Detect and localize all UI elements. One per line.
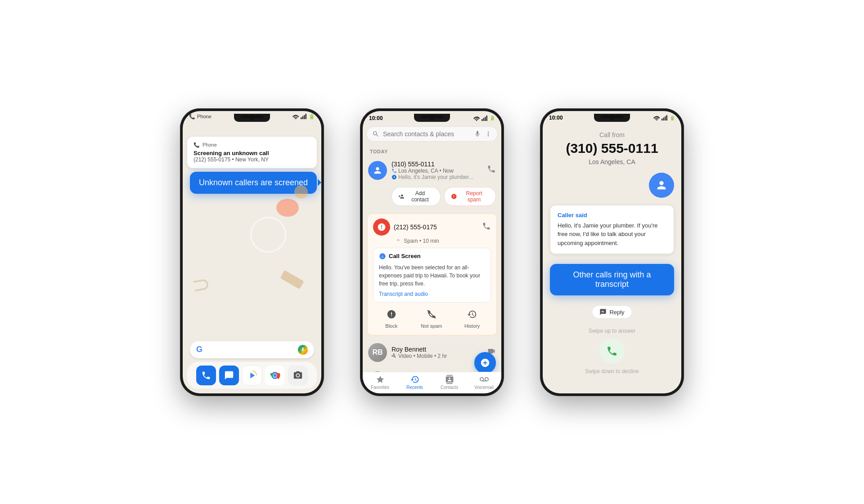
phone-camera-3 (609, 115, 615, 120)
call-screen-body: Hello. You've been selected for an all-e… (379, 263, 485, 288)
transcript-link-row: Transcript and audio (379, 290, 485, 298)
reply-icon (599, 308, 607, 316)
phones-container: 📞 Phone 🔋 (162, 90, 702, 414)
transcript-section: Caller said Hello, it's Jamie your plumb… (543, 173, 681, 254)
volume-down-2 (360, 178, 360, 203)
google-g-logo: G (196, 345, 202, 354)
svg-rect-13 (485, 117, 486, 121)
nav-favorites-label: Favorites (371, 385, 389, 390)
reply-row: Reply (592, 303, 632, 321)
dock-messages-icon[interactable] (219, 366, 239, 385)
dock-play-icon[interactable]: ▶ (242, 366, 262, 385)
status-icons-3: 🔋 (653, 115, 675, 120)
swipe-up-label: Swipe up to answer (589, 328, 636, 334)
incoming-call-top: Call from (310) 555-0111 Los Angeles, CA (543, 122, 681, 173)
google-search-bar[interactable]: G (190, 341, 314, 358)
not-spam-action[interactable]: Not spam (421, 307, 442, 329)
dialpad-fab[interactable] (474, 352, 496, 374)
volume-down-1 (180, 178, 180, 203)
spam-header: (212) 555-0175 (373, 219, 491, 236)
call-entry-310[interactable]: (310) 555-0111 Los Angeles, CA • Now Hel… (363, 156, 501, 185)
reply-label: Reply (609, 309, 624, 316)
call-info-roy: Roy Bennett Video • Mobile • 2 hr (392, 346, 482, 359)
phone2-layout: 10:00 🔋 (363, 111, 501, 393)
phone-3: 10:00 🔋 (540, 108, 684, 396)
spam-info: (212) 555-0175 (394, 223, 437, 231)
status-time-2: 10:00 (369, 115, 383, 121)
add-contact-label: Add contact (406, 190, 434, 203)
mic-icon-2[interactable] (474, 130, 481, 138)
mic-icon (300, 347, 306, 352)
history-icon (465, 307, 479, 321)
nav-contacts[interactable]: Contacts (432, 375, 467, 390)
nav-recents[interactable]: Recents (397, 375, 432, 390)
nav-favorites[interactable]: Favorites (363, 375, 397, 390)
spam-actions: Block Not spam (373, 303, 491, 330)
answer-phone-icon (606, 345, 618, 357)
call-screen-card: G Call Screen Hello. You've been selecte… (373, 248, 491, 303)
notif-title: Screening an unknown call (194, 150, 310, 156)
add-contact-button[interactable]: Add contact (392, 187, 441, 206)
caller-said-label: Caller said (558, 212, 666, 219)
caller-location: Los Angeles, CA (589, 158, 635, 165)
status-icons-1: 🔋 (292, 114, 315, 120)
phone-camera-2 (429, 115, 435, 120)
avatar-310 (368, 161, 387, 180)
call-info-310: (310) 555-0111 Los Angeles, CA • Now Hel… (392, 161, 482, 180)
svg-rect-1 (302, 116, 304, 120)
phone-camera-1 (249, 115, 255, 120)
spam-call-btn[interactable] (482, 222, 491, 232)
favorites-icon (376, 375, 385, 384)
wifi-icon-3 (653, 115, 660, 120)
dock-camera-icon[interactable] (288, 366, 308, 385)
spam-section: (212) 555-0175 Spam • 10 min (367, 214, 497, 335)
call-tooltip-3: Other calls ring with a transcript (550, 264, 674, 295)
call-name-roy: Roy Bennett (392, 346, 482, 353)
recents-icon (410, 375, 419, 384)
search-input[interactable] (383, 130, 470, 138)
nav-voicemail[interactable]: Voicemail (467, 375, 501, 390)
dock-phone-icon[interactable] (196, 366, 216, 385)
battery-icon-3: 🔋 (670, 116, 675, 120)
history-label: History (464, 323, 480, 329)
dock-chrome-icon[interactable] (265, 366, 285, 385)
report-spam-button[interactable]: Report spam (444, 187, 496, 206)
spam-avatar (373, 219, 390, 236)
notif-header: 📞 Phone (194, 142, 310, 148)
svg-rect-2 (304, 115, 305, 119)
block-action[interactable]: Block (384, 307, 399, 329)
caller-avatar-row (550, 173, 674, 202)
reply-button[interactable]: Reply (592, 305, 632, 319)
spam-detail: Spam • 10 min (396, 237, 491, 244)
call-transcript-310: Hello, it's Jamie your plumber... (392, 174, 482, 180)
decor-blob-coral (276, 199, 299, 217)
block-label: Block (385, 323, 397, 329)
not-spam-label: Not spam (421, 323, 442, 329)
notification-card[interactable]: 📞 Phone Screening an unknown call (212) … (187, 137, 317, 168)
svg-rect-11 (482, 119, 483, 121)
svg-rect-0 (301, 117, 302, 119)
transcript-link[interactable]: Transcript and audio (379, 291, 428, 297)
signal-icon-1 (301, 114, 307, 119)
call-detail-310: Los Angeles, CA • Now (392, 168, 482, 174)
power-button-3 (684, 162, 684, 189)
history-action[interactable]: History (464, 307, 480, 329)
signal-icon-2 (482, 116, 488, 121)
svg-rect-3 (306, 114, 307, 119)
call-number-310: (310) 555-0111 (392, 161, 482, 168)
google-assistant-small-icon: G (379, 253, 386, 260)
decor-circle (250, 217, 286, 253)
more-icon[interactable] (485, 130, 492, 138)
avatar-roy: RB (368, 343, 387, 362)
phone-screen-1: 📞 Phone 🔋 (183, 111, 321, 393)
volume-up-1 (180, 153, 180, 171)
report-spam-label: Report spam (459, 190, 489, 203)
app-dock: G ▶ (183, 339, 321, 393)
answer-button[interactable] (599, 339, 625, 364)
search-bar[interactable] (366, 126, 498, 142)
block-icon (384, 307, 399, 321)
call-phone-btn-310[interactable] (487, 165, 496, 176)
svg-rect-20 (665, 116, 666, 120)
signal-icon-3 (662, 115, 668, 120)
call-tooltip-container: Other calls ring with a transcript (543, 254, 681, 303)
